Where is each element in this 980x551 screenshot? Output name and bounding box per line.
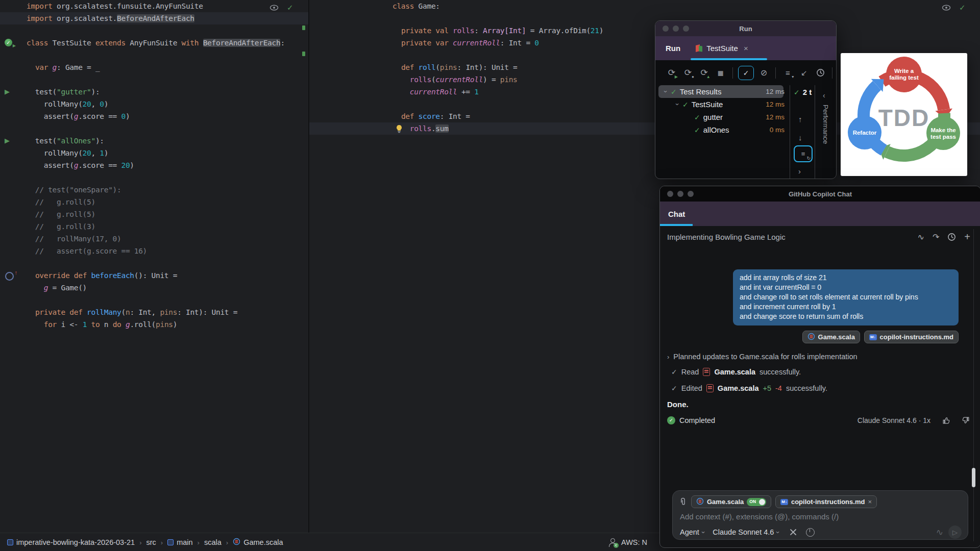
window-title: GitHub Copilot Chat [789,190,852,198]
new-chat-icon[interactable]: + [964,231,970,243]
no-problems-icon[interactable]: ✓ [287,3,293,12]
chevron-down-icon[interactable]: › [673,101,681,108]
agent-mode-select[interactable]: Agent [680,528,699,536]
thread-header: Implementing Bowling Game Logic ∿ ↷ + [667,231,970,243]
run-test-gutter-icon[interactable]: ▶ [5,87,14,96]
tools-icon[interactable] [789,528,798,537]
chevron-down-icon[interactable]: › [662,88,670,95]
aws-auth-icon[interactable]: ✓ [608,538,617,546]
context-toggle-on[interactable]: ON [747,498,766,506]
planned-updates-row[interactable]: › Planned updates to Game.scala for roll… [667,353,970,361]
change-stripe-mark[interactable] [302,26,305,30]
breadcrumb-item[interactable]: imperative-bowling-kata-2026-03-21 [7,538,135,546]
close-window-button[interactable] [667,191,673,197]
history-icon[interactable] [814,67,827,79]
read-filename[interactable]: Game.scala [714,368,755,376]
close-window-button[interactable] [663,26,669,32]
eye-icon[interactable] [270,5,279,11]
breadcrumb-item[interactable]: scala [204,538,222,546]
voice-input-icon[interactable]: ∿ [936,527,943,538]
sort-tests-button[interactable]: ≡↻ [794,145,813,162]
code-game[interactable]: class Game: private val rolls: Array[Int… [393,0,603,135]
no-problems-icon[interactable]: ✓ [959,3,966,12]
inspection-widget[interactable]: ✓ [942,3,966,12]
editor-pane-testsuite[interactable]: import org.scalatest.funsuite.AnyFunSuit… [0,0,308,533]
test-results-tree[interactable]: ›✓Test Results12 ms›✓TestSuite12 ms✓gutt… [655,85,790,179]
history-icon[interactable] [947,233,956,241]
thumbs-up-icon[interactable] [942,416,950,424]
eye-icon[interactable] [942,5,951,11]
tab-label: TestSuite [706,44,738,53]
show-ignored-icon[interactable]: ⊘ [757,67,770,79]
tab-chat[interactable]: Chat [668,210,685,218]
run-window-titlebar[interactable]: Run [655,21,836,36]
scrollbar-thumb[interactable] [972,468,975,487]
traffic-lights[interactable] [663,26,689,32]
test-tree-row[interactable]: ✓gutter12 ms [655,111,790,123]
tab-testsuite[interactable]: TestSuite × [696,44,748,53]
read-suffix: successfully. [760,368,801,376]
diff-removed: -4 [775,384,782,392]
next-test-icon[interactable]: ↓ [798,133,802,142]
traffic-lights[interactable] [667,191,694,197]
collapse-icon[interactable]: ↙ [797,67,811,79]
performance-tab[interactable]: Performance [822,105,829,144]
run-tool-label[interactable]: Run [666,44,680,53]
copilot-titlebar[interactable]: GitHub Copilot Chat [660,186,980,202]
lightbulb-icon[interactable] [395,124,404,134]
breadcrumb-item[interactable]: main [167,538,192,546]
sort-icon[interactable]: ≡▾ [781,67,794,79]
context-chip[interactable]: M↓copilot-instructions.md [864,331,959,343]
copilot-chat-window: GitHub Copilot Chat Chat Implementing Bo… [659,186,980,548]
context-chip[interactable]: Game.scala [802,331,860,343]
thumbs-down-icon[interactable] [962,416,970,424]
send-button[interactable]: ▷ [948,525,962,539]
test-passed-gutter-icon[interactable]: ✓▶ [5,39,14,48]
statusbar-right[interactable]: ✓ AWS: N [608,533,647,551]
scrollbar-track[interactable] [973,229,974,541]
breadcrumb[interactable]: imperative-bowling-kata-2026-03-21›src›m… [7,533,283,551]
usage-gauge-icon[interactable] [806,528,815,537]
context-chip[interactable]: M↓copilot-instructions.md× [775,495,877,508]
markdown-file-icon: M↓ [780,499,788,505]
paperclip-icon[interactable] [679,497,687,506]
context-chip[interactable]: Game.scalaON [691,495,771,508]
show-passed-icon[interactable]: ✓ [738,66,754,80]
edited-step-row[interactable]: ✓ Edited Game.scala +5 -4 successfully. [667,384,970,392]
stop-icon[interactable]: ◼ [714,67,727,79]
close-tab-icon[interactable]: × [744,44,748,53]
chat-input-placeholder[interactable]: Add context (#), extensions (@), command… [680,512,839,521]
inspection-widget[interactable]: ✓ [270,3,293,12]
run-test-gutter-icon[interactable]: ▶ [5,136,14,145]
zoom-window-button[interactable] [683,26,689,32]
aws-status-label[interactable]: AWS: N [621,538,647,546]
previous-test-icon[interactable]: ↑ [798,115,802,123]
code-line: private val rolls: Array[Int] = Array.of… [393,24,603,37]
breadcrumb-item[interactable]: src [146,538,156,546]
expand-rail-icon[interactable]: › [798,167,801,176]
read-step-row[interactable]: ✓ Read Game.scala successfully. [667,368,970,376]
zoom-window-button[interactable] [688,191,694,197]
minimize-window-button[interactable] [673,26,679,32]
model-select[interactable]: Claude Sonnet 4.6 [713,528,774,536]
chevron-right-icon[interactable]: › [667,353,669,361]
test-tree-row[interactable]: ✓allOnes0 ms [655,123,790,136]
scribble-icon[interactable]: ∿ [918,232,924,242]
code-line: // test("oneSpare"): [27,184,285,196]
change-stripe-mark[interactable] [302,52,305,56]
breadcrumb-item[interactable]: Game.scala [233,538,283,547]
test-tree-row[interactable]: ›✓Test Results12 ms [655,85,790,98]
collapse-rail-icon[interactable]: ‹ [823,91,825,99]
chat-input-box[interactable]: Game.scalaONM↓copilot-instructions.md× A… [672,490,968,540]
edited-filename[interactable]: Game.scala [718,384,759,392]
rerun-icon[interactable]: ⟳▶ [665,67,678,79]
override-gutter-icon[interactable]: ↑ [5,272,14,281]
code-testsuite[interactable]: import org.scalatest.funsuite.AnyFunSuit… [27,0,285,331]
rerun-failed-icon[interactable]: ⟳● [681,67,695,79]
remove-chip-icon[interactable]: × [868,498,872,506]
test-tree-row[interactable]: ›✓TestSuite12 ms [655,98,790,111]
autotest-icon[interactable]: ⟳▲ [698,67,711,79]
minimize-window-button[interactable] [677,191,683,197]
thread-title: Implementing Bowling Game Logic [667,233,786,241]
redo-icon[interactable]: ↷ [933,232,939,242]
